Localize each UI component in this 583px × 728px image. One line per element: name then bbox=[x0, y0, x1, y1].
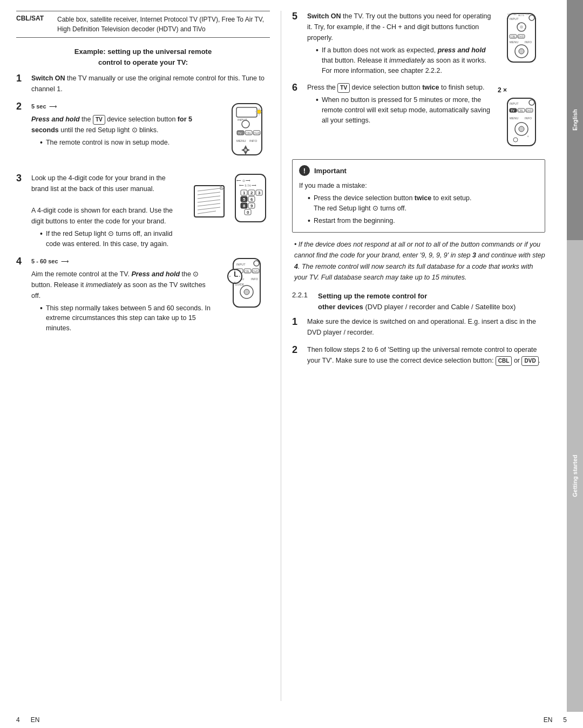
left-column: CBL/SAT Cable box, satellite receiver, I… bbox=[16, 11, 281, 701]
step-4-number: 4 bbox=[16, 256, 27, 268]
important-title: Important bbox=[314, 167, 347, 175]
step-221-2-content: Then follow steps 2 to 6 of 'Setting up … bbox=[307, 344, 545, 366]
step-6-remote-svg: INPUT TV CBL DVD MENU INFO bbox=[498, 96, 545, 149]
important-icon: ! bbox=[299, 165, 310, 176]
step-5-content: Switch ON the TV. Try out the buttons yo… bbox=[307, 11, 545, 76]
svg-point-2 bbox=[242, 120, 249, 128]
step-2-tv-btn: TV bbox=[93, 115, 105, 125]
svg-text:INPUT: INPUT bbox=[236, 263, 246, 266]
svg-point-16 bbox=[244, 148, 247, 152]
footer-page-number-left: 4 bbox=[16, 716, 20, 724]
svg-point-63 bbox=[244, 289, 249, 295]
svg-point-103 bbox=[513, 138, 518, 142]
step-5-remote-svg: INPUT CBL DVD MENU INFO bbox=[498, 11, 545, 69]
step-221-2-number: 2 bbox=[292, 344, 303, 356]
step-3-content: Look up the 4-digit code for your brand … bbox=[31, 173, 270, 249]
step-6-2x-label: 2 × bbox=[498, 85, 545, 96]
step-1-number: 1 bbox=[16, 73, 27, 85]
step-3-number: 3 bbox=[16, 173, 27, 185]
step-2: 2 5 sec ⟶ Press and hold the TV device s… bbox=[16, 101, 270, 166]
svg-text:INFO: INFO bbox=[525, 117, 532, 120]
svg-text:CBL: CBL bbox=[246, 132, 252, 135]
page-footer: 4 EN EN 5 bbox=[0, 712, 583, 728]
cbl-sat-table: CBL/SAT Cable box, satellite receiver, I… bbox=[16, 11, 270, 38]
svg-text:1: 1 bbox=[243, 190, 246, 195]
svg-line-24 bbox=[198, 192, 220, 195]
step-2-number: 2 bbox=[16, 101, 27, 113]
important-box: ! Important If you made a mistake: • Pre… bbox=[292, 159, 545, 232]
step-5-bullet: • If a button does not work as expected,… bbox=[316, 45, 492, 76]
step-3: 3 Look up the 4-digit code for your bran… bbox=[16, 173, 270, 249]
svg-text:CBL: CBL bbox=[518, 109, 524, 112]
svg-text:MUTE: MUTE bbox=[518, 14, 525, 17]
important-header: ! Important bbox=[299, 165, 538, 176]
svg-text:DVD: DVD bbox=[526, 109, 532, 112]
step-221-1: 1 Make sure the device is switched on an… bbox=[292, 316, 545, 338]
important-content: If you made a mistake: • Press the devic… bbox=[299, 180, 538, 226]
svg-point-83 bbox=[519, 49, 524, 54]
sidebar-english-label: English bbox=[567, 0, 583, 240]
step-2-remote-svg: INPUT TV CBL DVD bbox=[221, 101, 270, 163]
svg-point-17 bbox=[257, 110, 261, 114]
step-4-press-hold: Press and hold bbox=[132, 270, 180, 278]
svg-text:VOL: VOL bbox=[507, 13, 512, 16]
italic-block: • If the device does not respond at all … bbox=[292, 239, 545, 284]
svg-text:3: 3 bbox=[258, 190, 261, 195]
svg-line-25 bbox=[198, 196, 220, 199]
sidebar-getting-started-label: Getting started bbox=[567, 240, 583, 712]
step-221-1-number: 1 bbox=[292, 316, 303, 328]
step-4-text: 5 - 60 sec ⟶ Aim the remote control at t… bbox=[31, 256, 216, 334]
sidebar: English Getting started bbox=[567, 0, 583, 712]
svg-rect-1 bbox=[236, 107, 257, 117]
step-5-image: INPUT CBL DVD MENU INFO bbox=[498, 11, 545, 76]
step-2-image: INPUT TV CBL DVD bbox=[221, 101, 270, 166]
svg-text:INFO: INFO bbox=[251, 277, 259, 281]
svg-text:MENU: MENU bbox=[510, 117, 518, 120]
step-1-content: Switch ON the TV manually or use the ori… bbox=[31, 73, 270, 94]
svg-text:8: 8 bbox=[243, 203, 246, 208]
italic-block-text: If the device does not respond at all or… bbox=[294, 241, 545, 282]
footer-lang-left: EN bbox=[31, 716, 40, 724]
svg-text:DVD: DVD bbox=[254, 132, 260, 135]
svg-text:⟵ ⊙ ⟶: ⟵ ⊙ ⟶ bbox=[236, 179, 250, 182]
example-heading: Example: setting up the universal remote… bbox=[16, 46, 270, 67]
svg-text:⟵ 5 74 ⟶: ⟵ 5 74 ⟶ bbox=[239, 184, 256, 187]
svg-line-28 bbox=[198, 207, 220, 210]
step-6-text: Press the TV device selection button twi… bbox=[307, 82, 492, 153]
step-5-text: Switch ON the TV. Try out the buttons yo… bbox=[307, 11, 492, 76]
svg-text:CBL: CBL bbox=[245, 270, 250, 273]
step-2-bullet: • The remote control is now in setup mod… bbox=[40, 138, 216, 148]
step-5-number: 5 bbox=[292, 11, 303, 23]
svg-text:6: 6 bbox=[250, 197, 253, 202]
important-bullet-2: • Restart from the beginning. bbox=[308, 216, 538, 227]
cbl-button: CBL bbox=[496, 356, 512, 366]
step-1-switchon: Switch ON bbox=[31, 74, 65, 82]
svg-point-52 bbox=[254, 261, 259, 266]
step-6-image: 2 × INPUT TV CBL DV bbox=[498, 82, 545, 153]
dvd-button: DVD bbox=[521, 356, 538, 366]
step-4-image: INPUT TV CBL DVD bbox=[221, 256, 270, 334]
svg-text:MENU: MENU bbox=[236, 139, 246, 142]
svg-text:MENU: MENU bbox=[510, 40, 518, 44]
svg-text:0: 0 bbox=[247, 210, 249, 215]
footer-left: 4 EN bbox=[16, 716, 39, 724]
step-221-1-content: Make sure the device is switched on and … bbox=[307, 316, 545, 338]
section-221-heading: 2.2.1 Setting up the remote control for … bbox=[292, 291, 545, 312]
svg-marker-12 bbox=[244, 145, 247, 148]
step-221-2: 2 Then follow steps 2 to 6 of 'Setting u… bbox=[292, 344, 545, 366]
svg-text:9: 9 bbox=[250, 203, 253, 208]
step-6-number: 6 bbox=[292, 82, 303, 94]
svg-text:CH: CH bbox=[526, 13, 529, 16]
step-2-time-label: 5 sec bbox=[31, 103, 46, 110]
step-4-remote-svg: INPUT TV CBL DVD bbox=[221, 256, 270, 315]
svg-text:+: + bbox=[518, 22, 520, 26]
footer-page-number-right: 5 bbox=[563, 716, 567, 724]
step-1: 1 Switch ON the TV manually or use the o… bbox=[16, 73, 270, 94]
svg-text:DVD: DVD bbox=[518, 35, 524, 38]
svg-point-75 bbox=[520, 25, 523, 29]
step-4-immediately: immediately bbox=[86, 281, 122, 289]
svg-text:TV: TV bbox=[238, 132, 242, 135]
step-3-keypad-svg: ⟵ ⊙ ⟶ ⟵ 5 74 ⟶ 1 2 3 bbox=[231, 173, 270, 224]
svg-text:INFO: INFO bbox=[249, 139, 257, 142]
footer-right: EN 5 bbox=[544, 716, 567, 724]
